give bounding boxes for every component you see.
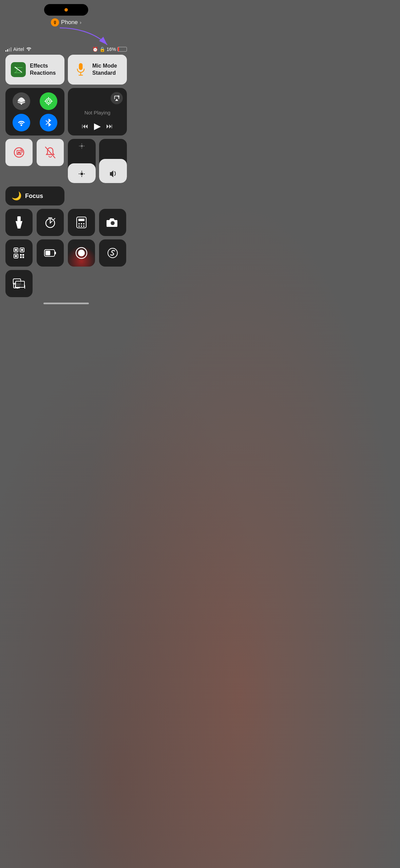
svg-rect-57	[55, 252, 56, 254]
svg-rect-51	[15, 255, 17, 257]
effects-reactions-button[interactable]: Effects Reactions	[5, 55, 64, 85]
flashlight-button[interactable]	[5, 209, 33, 236]
play-button[interactable]: ▶	[94, 121, 101, 131]
svg-rect-37	[78, 219, 84, 221]
svg-point-9	[46, 98, 51, 104]
silent-mode-button[interactable]	[37, 139, 64, 166]
bluetooth-button[interactable]	[40, 114, 57, 131]
svg-rect-5	[79, 63, 83, 70]
svg-rect-58	[45, 251, 50, 255]
volume-icon	[109, 170, 117, 179]
svg-point-27	[80, 173, 83, 175]
now-playing-status: Not Playing	[84, 104, 111, 121]
spacer2	[99, 186, 127, 205]
signal-bar-4	[11, 47, 12, 52]
spacer1	[68, 186, 96, 205]
svg-rect-53	[22, 254, 24, 256]
timer-button[interactable]	[37, 209, 64, 236]
screen-record-button[interactable]	[68, 239, 95, 267]
airplay-button[interactable]	[111, 92, 123, 104]
fast-forward-button[interactable]: ⏭	[106, 122, 113, 130]
svg-rect-54	[20, 256, 22, 258]
focus-label: Focus	[25, 193, 43, 200]
top-control-row: Effects Reactions Mic Mode Standard	[5, 55, 127, 85]
mic-mode-icon	[73, 62, 88, 77]
media-controls: ⏮ ▶ ⏭	[82, 121, 113, 131]
effects-icon	[11, 62, 26, 77]
screen-mirror-row	[5, 270, 127, 297]
bottom-grid-row1	[5, 209, 127, 236]
shazam-button[interactable]	[99, 239, 126, 267]
battery-widget-button[interactable]	[37, 239, 64, 267]
signal-bar-3	[9, 48, 10, 52]
small-controls-row	[5, 139, 127, 183]
svg-rect-47	[15, 249, 17, 251]
spacer-right	[38, 270, 127, 297]
brightness-top-icon	[79, 143, 85, 150]
rewind-button[interactable]: ⏮	[82, 122, 89, 130]
focus-row: 🌙 Focus	[5, 186, 127, 205]
svg-point-45	[111, 222, 114, 224]
volume-slider[interactable]	[99, 139, 127, 183]
airplane-mode-button[interactable]	[13, 92, 30, 110]
svg-point-60	[78, 250, 85, 256]
arrow-annotation	[5, 28, 127, 48]
svg-point-40	[83, 223, 84, 224]
battery-box	[117, 47, 127, 52]
svg-line-16	[46, 123, 49, 125]
svg-point-22	[80, 145, 83, 147]
mid-control-row: Not Playing ⏮ ▶ ⏭	[5, 88, 127, 135]
svg-point-38	[78, 223, 80, 224]
bottom-grid-row2	[5, 239, 127, 267]
dynamic-island	[44, 4, 88, 16]
calculator-button[interactable]	[68, 209, 95, 236]
moon-icon: 🌙	[12, 191, 22, 201]
connectivity-panel	[5, 88, 64, 135]
signal-bar-2	[7, 49, 8, 52]
svg-point-10	[47, 100, 50, 103]
svg-point-43	[83, 225, 84, 227]
brightness-bottom-icon	[78, 170, 85, 179]
dynamic-island-dot	[64, 8, 68, 12]
effects-reactions-label: Effects Reactions	[30, 62, 56, 77]
svg-rect-52	[20, 254, 22, 256]
battery-fill	[118, 47, 119, 51]
mic-mode-button[interactable]: Mic Mode Standard	[68, 55, 127, 85]
svg-rect-49	[21, 249, 23, 251]
camera-button[interactable]	[99, 209, 126, 236]
now-playing-panel: Not Playing ⏮ ▶ ⏭	[68, 88, 127, 135]
wifi-button[interactable]	[13, 114, 30, 131]
home-indicator	[43, 303, 89, 304]
svg-point-41	[78, 225, 80, 227]
svg-line-21	[45, 147, 55, 158]
signal-bar-1	[5, 50, 6, 52]
svg-point-42	[81, 225, 82, 227]
svg-point-18	[118, 96, 119, 97]
svg-rect-65	[16, 281, 24, 287]
mic-mode-label: Mic Mode Standard	[92, 62, 117, 77]
svg-rect-55	[22, 256, 24, 258]
cellular-button[interactable]	[40, 92, 57, 110]
svg-rect-32	[17, 216, 21, 221]
svg-rect-8	[21, 103, 22, 105]
screen-mirror-button[interactable]	[5, 270, 33, 297]
rotation-lock-button[interactable]	[5, 139, 33, 166]
svg-line-35	[54, 218, 55, 219]
focus-button[interactable]: 🌙 Focus	[5, 186, 64, 205]
svg-point-39	[81, 223, 82, 224]
battery-indicator	[117, 47, 127, 52]
svg-line-15	[46, 121, 49, 123]
brightness-slider[interactable]	[68, 139, 96, 183]
qr-scanner-button[interactable]	[5, 239, 33, 267]
